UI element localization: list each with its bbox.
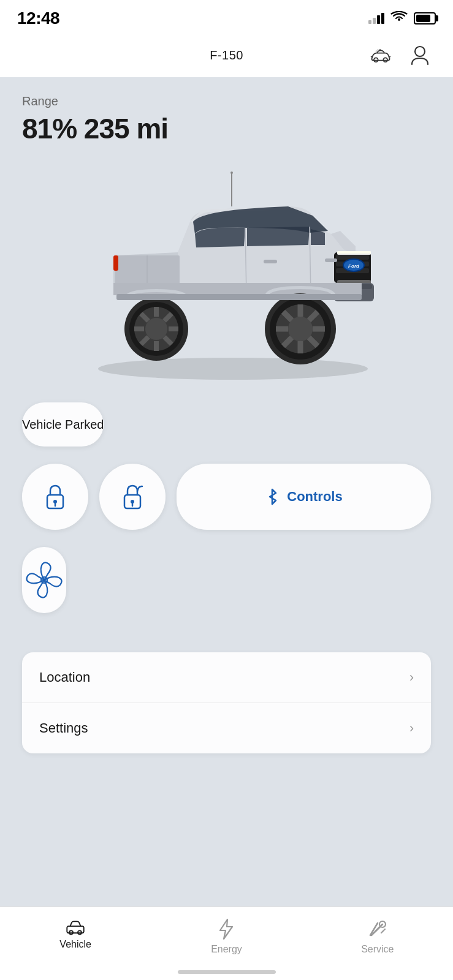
- vehicle-tab-icon: [64, 918, 86, 935]
- wifi-icon: [390, 11, 408, 26]
- tab-bar: Vehicle Energy Service: [0, 907, 453, 980]
- vehicle-name: F-150: [210, 48, 243, 62]
- home-indicator: [178, 970, 276, 974]
- status-bar: 12:48: [0, 0, 453, 33]
- svg-point-2: [415, 47, 425, 56]
- settings-label: Settings: [39, 720, 88, 736]
- unlock-button[interactable]: [99, 464, 166, 530]
- service-tab-icon: [367, 918, 389, 940]
- battery-icon: [414, 12, 436, 24]
- status-icons: [368, 11, 436, 26]
- truck-illustration: Ford: [55, 160, 398, 381]
- lock-closed-icon: [44, 483, 67, 511]
- svg-rect-16: [264, 260, 277, 263]
- svg-point-3: [98, 358, 368, 380]
- controls-button[interactable]: Controls: [177, 464, 431, 530]
- location-list-item[interactable]: Location ›: [22, 652, 431, 703]
- svg-rect-17: [325, 258, 337, 262]
- profile-icon[interactable]: [409, 44, 431, 66]
- tab-energy-label: Energy: [211, 944, 242, 955]
- range-label: Range: [22, 94, 431, 108]
- controls-row: Controls: [22, 464, 431, 530]
- climate-button[interactable]: [22, 547, 66, 613]
- header-icons: [370, 44, 431, 66]
- tab-vehicle[interactable]: Vehicle: [0, 916, 151, 952]
- svg-rect-46: [116, 294, 362, 300]
- energy-tab-icon: [218, 918, 235, 940]
- svg-rect-12: [337, 251, 371, 254]
- range-values: 81% 235 mi: [22, 112, 431, 145]
- vehicle-parked-label: Vehicle Parked: [22, 418, 104, 432]
- vehicle-switcher-icon[interactable]: [370, 44, 392, 66]
- range-percentage: 81%: [22, 113, 77, 145]
- svg-point-25: [145, 318, 167, 340]
- tab-energy[interactable]: Energy: [151, 916, 302, 957]
- location-chevron-icon: ›: [409, 669, 414, 685]
- controls-label: Controls: [287, 489, 342, 505]
- list-section: Location › Settings ›: [22, 652, 431, 753]
- lock-open-icon: [121, 483, 144, 511]
- tab-service[interactable]: Service: [302, 916, 453, 957]
- car-image-container: Ford: [0, 145, 453, 402]
- lock-button[interactable]: [22, 464, 88, 530]
- svg-rect-49: [113, 255, 118, 271]
- main-content: Range 81% 235 mi: [0, 77, 453, 980]
- svg-point-48: [230, 172, 233, 174]
- tab-vehicle-label: Vehicle: [59, 939, 91, 950]
- settings-chevron-icon: ›: [409, 720, 414, 736]
- tab-service-label: Service: [361, 944, 394, 955]
- fan-icon: [22, 558, 66, 602]
- status-time: 12:48: [17, 9, 59, 28]
- svg-text:Ford: Ford: [348, 263, 360, 269]
- range-separator: [77, 113, 84, 145]
- svg-line-64: [381, 929, 385, 933]
- range-distance: 235 mi: [84, 113, 168, 145]
- range-section: Range 81% 235 mi: [0, 77, 453, 145]
- car-image: Ford: [55, 154, 398, 387]
- header: F-150: [0, 33, 453, 77]
- svg-point-1: [383, 58, 387, 62]
- vehicle-parked-button[interactable]: Vehicle Parked: [22, 402, 104, 447]
- location-label: Location: [39, 669, 90, 685]
- bluetooth-icon: [265, 487, 280, 507]
- settings-list-item[interactable]: Settings ›: [22, 703, 431, 753]
- signal-icon: [368, 13, 384, 24]
- svg-point-0: [374, 58, 378, 62]
